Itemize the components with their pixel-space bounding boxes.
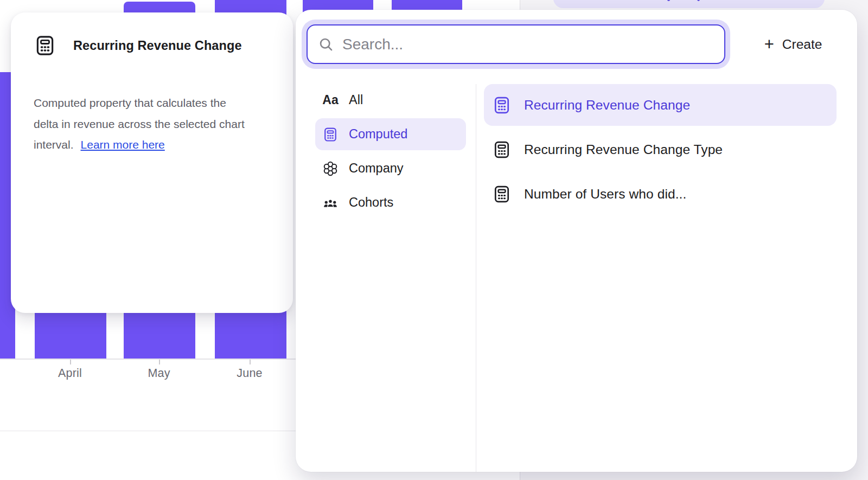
card-header: Recurring Revenue Change: [34, 34, 242, 57]
calculator-icon: [492, 95, 512, 115]
description-line-end: interval.: [34, 138, 74, 151]
search-icon: [317, 36, 334, 53]
result-label: Number of Users who did...: [524, 187, 686, 202]
calculator-icon: [492, 140, 512, 159]
result-label: Recurring Revenue Change Type: [524, 142, 723, 157]
calculator-icon: [492, 184, 512, 204]
company-icon: [322, 161, 339, 177]
filter-list: Aa All Computed: [315, 84, 466, 221]
clipped-text-descender: [667, 0, 670, 1]
filter-label: Cohorts: [349, 195, 393, 210]
create-button[interactable]: + Create: [742, 24, 845, 64]
search-input-wrap[interactable]: [307, 24, 725, 64]
x-axis-tick: [159, 360, 160, 364]
plus-icon: +: [764, 36, 774, 53]
x-axis-label: June: [206, 367, 293, 380]
property-picker-panel: + Create Aa All Computed: [296, 10, 857, 472]
property-chip-partial[interactable]: [553, 0, 825, 8]
filter-company[interactable]: Company: [315, 152, 466, 184]
description-line: Computed property that calculates the: [34, 93, 272, 114]
filter-cohorts[interactable]: Cohorts: [315, 187, 466, 219]
x-axis-label: April: [27, 367, 113, 380]
calculator-icon: [322, 126, 339, 143]
card-title: Recurring Revenue Change: [73, 39, 242, 53]
clipped-text-descender: [697, 0, 701, 1]
x-axis-tick: [70, 360, 71, 364]
description-line: interval.Learn more here: [34, 135, 272, 156]
result-label: Recurring Revenue Change: [524, 98, 690, 113]
result-recurring-revenue-change[interactable]: Recurring Revenue Change: [484, 84, 837, 126]
results-list: Recurring Revenue Change Recurring Reven…: [484, 84, 837, 217]
filter-label: Computed: [349, 127, 407, 142]
cohorts-icon: [322, 195, 339, 211]
x-axis-tick: [250, 360, 251, 364]
text-format-icon: Aa: [322, 92, 339, 108]
card-description: Computed property that calculates the de…: [34, 93, 272, 156]
result-recurring-revenue-change-type[interactable]: Recurring Revenue Change Type: [484, 129, 837, 170]
description-line: delta in revenue across the selected cha…: [34, 114, 272, 135]
learn-more-link[interactable]: Learn more here: [81, 138, 165, 151]
create-button-label: Create: [782, 37, 822, 52]
search-input[interactable]: [341, 28, 716, 61]
filter-all[interactable]: Aa All: [315, 84, 466, 116]
filter-label: All: [349, 93, 363, 107]
filter-label: Company: [349, 161, 404, 176]
property-tooltip-card: Recurring Revenue Change Computed proper…: [11, 12, 293, 313]
panel-divider: [476, 84, 476, 472]
x-axis-label: May: [116, 367, 202, 380]
result-number-of-users-who-did[interactable]: Number of Users who did...: [484, 173, 837, 215]
filter-computed[interactable]: Computed: [315, 118, 466, 150]
screen: AprilMayJune Recurring Revenue Change Co…: [0, 0, 868, 480]
calculator-icon: [34, 34, 56, 57]
